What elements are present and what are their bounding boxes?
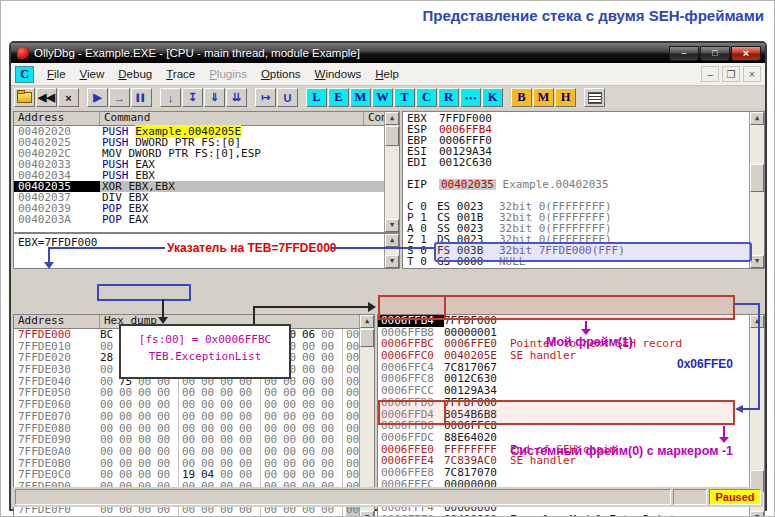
eip-row[interactable]: EIP00402035 Example.00402035 [403,179,750,190]
menu-help[interactable]: Help [368,66,406,82]
minimize-button[interactable]: – [669,46,699,61]
mdi-restore-button[interactable]: ❐ [722,66,740,82]
hex-byte: 06 [302,329,321,341]
ollydbg-app-icon [17,47,29,59]
scroll-down-icon[interactable]: ▼ [360,511,374,517]
hex-byte: 00 [302,446,321,458]
options-list-button[interactable] [584,88,605,107]
hex-address: 7FFDE000 [14,329,100,341]
seh-frame1-box [378,295,735,320]
hex-byte: 00 [201,411,220,423]
hex-address: 7FFDE030 [14,364,100,376]
hex-byte-group: 00000000 [182,446,261,458]
my-frame-label: Мой фрейм(1) [546,335,633,349]
disasm-header: Address Command Comment [14,112,399,126]
note-arrow-line [162,299,164,318]
open-file-button[interactable] [14,88,35,107]
hex-byte: 00 [182,446,201,458]
fs-note-line2: TEB.ExceptionList [121,348,289,365]
scroll-down-icon[interactable]: ▼ [750,511,764,517]
step-into-button[interactable]: ↓ [160,88,181,107]
log-window-button[interactable]: L [306,88,327,107]
mdi-close-button[interactable]: × [743,66,761,82]
fs-register-highlight-box [434,242,752,262]
run-button[interactable]: ▶ [87,88,108,107]
disasm-header-address: Address [14,112,100,125]
scroll-down-icon[interactable]: ▼ [385,219,399,232]
scroll-up-icon[interactable]: ▲ [750,315,764,328]
disasm-command: POP EAX [100,214,385,225]
go-to-user-code-button[interactable]: U [277,88,298,107]
disassembly-panel[interactable]: Address Command Comment 00402020PUSH Exa… [13,111,400,233]
stack-address: 0006FFE8 [378,467,444,479]
scroll-thumb[interactable] [385,126,399,146]
stack-row[interactable]: 0006FFE87C817070 [378,467,750,479]
resume-button[interactable]: → [109,88,130,107]
restart-button[interactable]: ◀◀ [36,88,57,107]
menu-options[interactable]: Options [254,66,308,82]
stack-comment [510,373,750,385]
mdi-child-icon[interactable]: C [15,66,34,83]
scroll-down-icon[interactable]: ▼ [385,255,399,268]
more-windows-button[interactable]: ⋯ [460,88,481,107]
hex-row[interactable]: 7FFDE0A000000000000000000000000000 [14,446,360,458]
scroll-up-icon[interactable]: ▲ [750,112,764,125]
hex-byte: 00 [157,411,176,423]
register-row[interactable]: EDI0012C630 [403,157,750,168]
menu-plugins[interactable]: Plugins [202,66,254,82]
hex-byte: 00 [283,411,302,423]
system-frame-label: Системный фрейм(0) с маркером -1 [510,444,733,458]
maximize-button[interactable]: □ [700,46,730,61]
hex-byte: 00 [220,411,239,423]
hex-row[interactable]: 7FFDE07000000000000000000000000000 [14,411,360,423]
list-icon [588,92,602,104]
hex-byte: 00 [239,446,258,458]
cpu-window-button[interactable]: C [416,88,437,107]
teb-annotation-line [48,247,165,249]
menu-file[interactable]: File [40,66,73,82]
menu-windows[interactable]: Windows [308,66,369,82]
scroll-down-icon[interactable]: ▼ [750,255,764,268]
close-program-button[interactable]: × [58,88,79,107]
memory-window-button[interactable]: M [350,88,371,107]
menu-view[interactable]: View [73,66,112,82]
windows-window-button[interactable]: W [372,88,393,107]
menu-trace[interactable]: Trace [159,66,202,82]
references-window-button[interactable]: R [438,88,459,107]
hex-byte: 00 [157,446,176,458]
trace-over-button[interactable]: ⇊ [226,88,247,107]
titlebar[interactable]: OllyDbg - Example.EXE - [CPU - main thre… [11,43,765,63]
close-button[interactable]: × [731,46,761,61]
arrow-down-icon [719,437,729,443]
handles-window-button[interactable]: H [555,88,576,107]
scroll-thumb[interactable] [360,329,374,347]
flag-segment-row[interactable]: D 0 [403,267,750,269]
stack-comment [510,432,750,444]
threads-window-button[interactable]: T [394,88,415,107]
hex-byte: 00 [119,411,138,423]
pause-button[interactable]: ▌▌ [131,88,152,107]
breakpoints-window-button[interactable]: B [511,88,532,107]
info-scrollbar[interactable]: ▲ ▼ [384,234,399,268]
scroll-thumb[interactable] [750,164,764,192]
arrow-right-icon [368,302,376,312]
menu-debug[interactable]: Debug [111,66,159,82]
step-over-button[interactable]: ↧ [182,88,203,107]
executables-window-button[interactable]: E [328,88,349,107]
stack-row[interactable]: 0006FFDC88E64020 [378,432,750,444]
stack-value: 0040205E [444,350,510,362]
arrow-down-icon [158,317,168,324]
memory-map-window-button[interactable]: M [533,88,554,107]
trace-into-button[interactable]: ⇓ [204,88,225,107]
call-stack-window-button[interactable]: K [482,88,503,107]
execute-till-return-button[interactable]: ↦ [255,88,276,107]
disasm-scrollbar[interactable]: ▲ ▼ [384,112,399,232]
stack-comment [510,467,750,479]
hex-byte: 00 [283,446,302,458]
scroll-up-icon[interactable]: ▲ [385,112,399,125]
arrow-left-icon [735,405,743,413]
disasm-row[interactable]: 0040203APOP EAX [14,214,385,225]
mdi-minimize-button[interactable]: – [701,66,719,82]
scroll-up-icon[interactable]: ▲ [360,315,374,328]
scroll-up-icon[interactable]: ▲ [385,234,399,247]
